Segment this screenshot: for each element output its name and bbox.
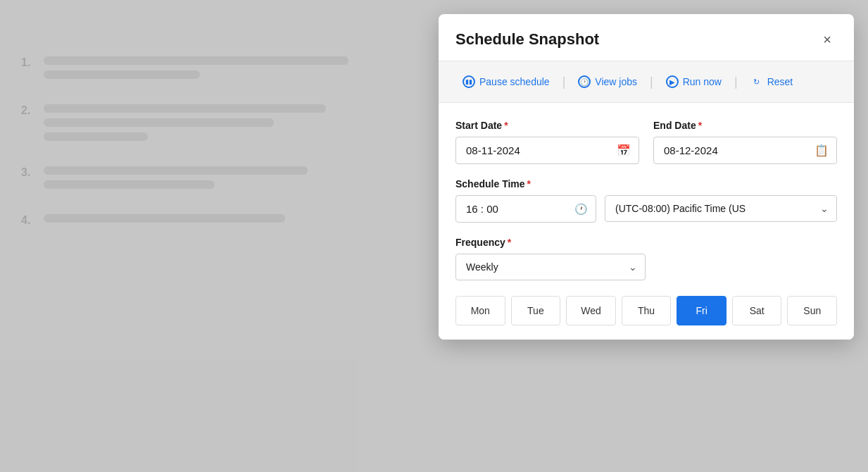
close-button[interactable]: × xyxy=(817,30,837,49)
day-tue-button[interactable]: Tue xyxy=(511,296,561,325)
frequency-select-wrapper: Weekly Daily Monthly ⌄ xyxy=(455,254,646,280)
timezone-group: (UTC-08:00) Pacific Time (US (UTC-05:00)… xyxy=(605,195,837,223)
day-thu-button[interactable]: Thu xyxy=(622,296,672,325)
end-date-group: End Date* 📋 xyxy=(653,120,837,164)
separator-2: | xyxy=(650,75,653,89)
separator-3: | xyxy=(734,75,738,89)
date-row: Start Date* 📅 End Date* 📋 xyxy=(455,120,837,164)
timezone-select-wrapper: (UTC-08:00) Pacific Time (US (UTC-05:00)… xyxy=(605,195,837,222)
time-input[interactable] xyxy=(455,195,596,223)
reset-button[interactable]: ↻ Reset xyxy=(743,71,800,92)
play-icon: ▶ xyxy=(666,75,679,88)
run-now-button[interactable]: ▶ Run now xyxy=(659,71,729,92)
frequency-section: Frequency* Weekly Daily Monthly ⌄ xyxy=(455,237,837,280)
day-sat-button[interactable]: Sat xyxy=(732,296,782,325)
schedule-time-label: Schedule Time* xyxy=(455,178,837,190)
start-date-group: Start Date* 📅 xyxy=(455,120,639,164)
day-sun-button[interactable]: Sun xyxy=(787,296,837,325)
clock-icon: 🕐 xyxy=(578,75,591,88)
end-date-input-wrapper: 📋 xyxy=(653,137,837,164)
view-jobs-button[interactable]: 🕐 View jobs xyxy=(571,71,644,92)
pause-schedule-button[interactable]: ▮▮ Pause schedule xyxy=(455,71,557,92)
time-input-group: 🕐 xyxy=(455,195,596,223)
modal-toolbar: ▮▮ Pause schedule | 🕐 View jobs | ▶ Run … xyxy=(439,61,854,103)
modal-overlay: Schedule Snapshot × ▮▮ Pause schedule | … xyxy=(0,0,868,472)
schedule-time-section: Schedule Time* 🕐 (UTC-08:00) Pacific Tim… xyxy=(455,178,837,223)
day-selector: Mon Tue Wed Thu Fri Sat Sun xyxy=(455,296,837,325)
reset-icon: ↻ xyxy=(750,75,763,88)
modal-title: Schedule Snapshot xyxy=(455,30,599,49)
time-row: 🕐 (UTC-08:00) Pacific Time (US (UTC-05:0… xyxy=(455,195,837,223)
day-fri-button[interactable]: Fri xyxy=(677,296,727,325)
start-date-label: Start Date* xyxy=(455,120,639,131)
modal-body: Start Date* 📅 End Date* 📋 xyxy=(439,103,854,340)
run-now-label: Run now xyxy=(683,76,722,87)
separator-1: | xyxy=(562,75,566,89)
day-mon-button[interactable]: Mon xyxy=(455,296,505,325)
reset-label: Reset xyxy=(767,76,793,87)
time-input-wrapper: 🕐 xyxy=(455,195,596,223)
schedule-snapshot-modal: Schedule Snapshot × ▮▮ Pause schedule | … xyxy=(439,14,854,340)
start-date-input[interactable] xyxy=(455,137,639,164)
pause-schedule-label: Pause schedule xyxy=(479,76,550,87)
frequency-label: Frequency* xyxy=(455,237,837,248)
end-date-label: End Date* xyxy=(653,120,837,131)
pause-icon: ▮▮ xyxy=(463,75,475,88)
day-wed-button[interactable]: Wed xyxy=(566,296,616,325)
end-date-input[interactable] xyxy=(653,137,837,164)
start-date-input-wrapper: 📅 xyxy=(455,137,639,164)
timezone-select[interactable]: (UTC-08:00) Pacific Time (US (UTC-05:00)… xyxy=(605,195,837,222)
frequency-select[interactable]: Weekly Daily Monthly xyxy=(455,254,646,280)
view-jobs-label: View jobs xyxy=(595,76,637,87)
modal-header: Schedule Snapshot × xyxy=(439,14,854,61)
